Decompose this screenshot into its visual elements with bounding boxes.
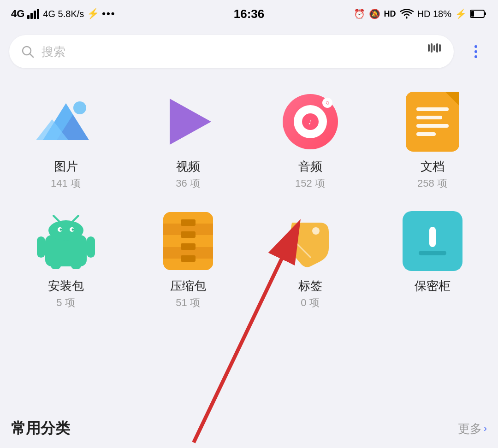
audio-label: 音频 (298, 159, 322, 175)
photo-icon (34, 94, 98, 149)
doc-corner (445, 92, 459, 106)
svg-rect-12 (436, 43, 438, 53)
photo-icon-wrapper (34, 89, 98, 154)
lightning-icon: ⚡ (455, 8, 467, 19)
section-title: 常用分类 (11, 419, 70, 439)
grid-item-safe[interactable]: 保密柜 (376, 209, 489, 310)
svg-rect-5 (484, 12, 486, 15)
grid-item-tag[interactable]: 标签 0 项 (254, 209, 367, 310)
doc-lines (416, 107, 449, 136)
svg-line-25 (53, 216, 59, 221)
doc-line-1 (416, 107, 449, 111)
tag-count: 0 项 (301, 296, 319, 310)
grid-item-apk[interactable]: 安装包 5 项 (9, 209, 122, 310)
doc-icon-wrapper (400, 89, 465, 154)
apk-icon-wrapper (34, 209, 98, 273)
status-time: 16:36 (234, 7, 265, 21)
zip-icon (163, 212, 213, 270)
doc-line-4 (416, 132, 436, 136)
search-placeholder-text: 搜索 (42, 44, 420, 60)
tag-icon (283, 213, 338, 269)
grid-item-video[interactable]: 视频 36 项 (131, 89, 244, 190)
svg-rect-27 (37, 236, 45, 258)
svg-rect-28 (87, 236, 95, 258)
doc-line-3 (416, 124, 449, 128)
grid-item-doc[interactable]: 文档 258 项 (376, 89, 489, 190)
voice-search-icon[interactable] (426, 43, 443, 60)
svg-point-31 (312, 227, 320, 235)
safe-bar (429, 227, 436, 247)
safe-base (419, 251, 446, 255)
video-icon (160, 94, 216, 149)
grid-container: 图片 141 项 视频 36 项 ♪ (9, 89, 489, 310)
svg-rect-11 (433, 45, 435, 51)
chevron-right-icon: › (484, 423, 487, 435)
video-count: 36 项 (176, 177, 200, 190)
search-container: 搜索 (0, 28, 498, 76)
svg-point-23 (59, 229, 62, 231)
doc-count: 258 项 (417, 177, 447, 190)
apk-label: 安装包 (48, 278, 84, 294)
status-bar: 4G 4G 5.8K/s ⚡ ••• 16:36 ⏰ 🔕 HD HD 18% ⚡ (0, 0, 498, 28)
photo-count: 141 项 (51, 177, 81, 190)
audio-count: 152 项 (295, 177, 325, 190)
zip-icon-wrapper (156, 209, 220, 273)
svg-rect-10 (431, 43, 433, 53)
grid-item-audio[interactable]: ♪ ♫ 音频 152 项 (254, 89, 367, 190)
tag-label: 标签 (298, 278, 322, 294)
three-dots-icon (474, 45, 477, 58)
doc-icon (406, 92, 459, 152)
status-right: ⏰ 🔕 HD HD 18% ⚡ (354, 8, 487, 19)
grid-item-zip[interactable]: 压缩包 51 项 (131, 209, 244, 310)
safe-label: 保密柜 (415, 278, 451, 294)
battery-percent: HD 18% (417, 9, 451, 19)
mute-icon: 🔕 (369, 8, 380, 19)
battery-icon (470, 9, 487, 18)
apk-android-icon (36, 211, 96, 271)
svg-rect-2 (34, 11, 36, 19)
signal-bars-icon (27, 9, 40, 19)
svg-point-16 (73, 101, 86, 114)
usb-icon: ⚡ (87, 8, 99, 20)
more-label: 更多 (458, 421, 482, 437)
svg-point-20 (48, 220, 83, 241)
svg-rect-29 (51, 262, 61, 269)
svg-line-26 (73, 216, 78, 221)
wifi-icon (400, 9, 414, 19)
audio-inner-ring: ♪ (294, 105, 327, 138)
category-grid: 图片 141 项 视频 36 项 ♪ (0, 76, 498, 319)
svg-rect-1 (30, 13, 33, 19)
tag-icon-wrapper (278, 209, 343, 273)
video-label: 视频 (176, 159, 200, 175)
status-left: 4G 4G 5.8K/s ⚡ ••• (11, 8, 115, 20)
search-bar[interactable]: 搜索 (9, 35, 454, 68)
grid-item-photo[interactable]: 图片 141 项 (9, 89, 122, 190)
doc-line-2 (416, 116, 442, 119)
overflow-menu-button[interactable] (463, 39, 489, 65)
svg-rect-0 (27, 15, 30, 19)
alarm-icon: ⏰ (354, 8, 365, 19)
speed-indicator: 4G 5.8K/s (43, 9, 84, 19)
svg-rect-3 (37, 9, 39, 19)
doc-label: 文档 (421, 159, 445, 175)
apk-count: 5 项 (56, 296, 75, 310)
signal-icon: 4G (11, 8, 24, 20)
svg-rect-6 (471, 11, 474, 17)
svg-point-24 (71, 229, 74, 231)
more-link[interactable]: 更多 › (458, 421, 487, 437)
zip-count: 51 项 (176, 296, 200, 310)
zip-teeth (181, 219, 196, 262)
dots-status: ••• (102, 8, 115, 20)
hd-label: HD (384, 9, 396, 19)
audio-center: ♪ (302, 113, 319, 130)
audio-icon-wrapper: ♪ ♫ (278, 89, 343, 154)
svg-rect-30 (71, 262, 81, 269)
bottom-section: 常用分类 更多 › (0, 405, 498, 448)
svg-marker-18 (170, 99, 211, 145)
video-icon-wrapper (156, 89, 220, 154)
svg-rect-9 (428, 44, 430, 52)
search-icon (20, 44, 35, 59)
svg-rect-13 (439, 44, 441, 52)
zip-label: 压缩包 (170, 278, 206, 294)
audio-badge: ♫ (322, 98, 332, 108)
